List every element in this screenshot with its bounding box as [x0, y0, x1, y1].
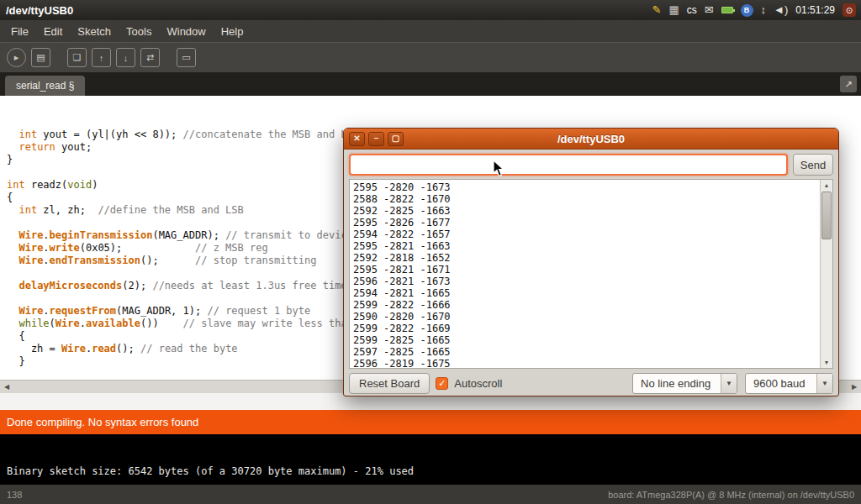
tab-menu-icon: ↗: [844, 79, 852, 90]
scroll-up-icon[interactable]: ▲: [821, 180, 832, 191]
serial-monitor-window: ✕ – ▢ /dev/ttyUSB0 Send 2595 -2820 -1673…: [343, 128, 839, 396]
close-button[interactable]: ✕: [349, 132, 365, 146]
mail-icon[interactable]: ✉: [705, 3, 714, 17]
footer-bar: 138 board: ATmega328P(A) @ 8 MHz (intern…: [0, 485, 861, 504]
maximize-icon: ▢: [392, 134, 399, 143]
menu-edit[interactable]: Edit: [36, 22, 70, 41]
serial-input-row: Send: [344, 150, 838, 179]
serial-line: 2592 -2825 -1663: [353, 205, 816, 217]
serial-controls: Reset Board ✓ Autoscroll No line ending …: [344, 370, 838, 396]
serial-line: 2590 -2820 -1670: [353, 311, 816, 323]
serial-window-title: /dev/ttyUSB0: [344, 133, 838, 145]
network-icon[interactable]: ↕: [761, 3, 767, 17]
serial-line: 2599 -2825 -1665: [353, 334, 816, 346]
upload-icon: ▤: [36, 52, 45, 63]
serial-input[interactable]: [349, 154, 788, 176]
menu-file[interactable]: File: [3, 22, 36, 41]
menu-window[interactable]: Window: [159, 22, 213, 41]
serial-output-area: 2595 -2820 -16732588 -2822 -16702592 -28…: [349, 179, 833, 369]
battery-tip: [733, 9, 735, 12]
chevron-down-icon[interactable]: ▼: [721, 374, 737, 393]
save-button[interactable]: ↓: [116, 48, 135, 67]
console-output: Binary sketch size: 6542 bytes (of a 307…: [0, 434, 861, 485]
menu-tools[interactable]: Tools: [119, 22, 159, 41]
line-ending-value: No line ending: [633, 374, 721, 393]
check-icon: ✓: [438, 378, 446, 389]
autoscroll-label: Autoscroll: [454, 377, 502, 390]
verify-button[interactable]: ▸: [7, 48, 26, 67]
toolbar: ▸ ▤ ❏ ↑ ↓ ⇄ ▭: [0, 42, 861, 72]
new-sketch-icon: ❏: [73, 52, 82, 63]
baud-rate-select[interactable]: 9600 baud ▼: [745, 373, 833, 394]
serial-monitor-icon: ▭: [182, 52, 190, 63]
battery-icon[interactable]: [721, 7, 733, 13]
serial-line: 2599 -2822 -1669: [353, 323, 816, 334]
reset-board-button[interactable]: Reset Board: [349, 373, 430, 394]
export-button[interactable]: ⇄: [140, 48, 160, 67]
system-tray: ✎ ▦ cs ✉ B ↕ ◄) 01:51:29 ⊙: [652, 3, 856, 17]
status-message: Done compiling. No syntax errors found: [7, 416, 198, 428]
keyboard-layout-indicator[interactable]: cs: [687, 4, 697, 16]
line-ending-select[interactable]: No line ending ▼: [632, 373, 737, 394]
serial-line: 2596 -2821 -1673: [353, 276, 816, 287]
menu-sketch[interactable]: Sketch: [70, 22, 119, 41]
workspace-switcher-icon[interactable]: ▦: [668, 3, 679, 17]
serial-line: 2595 -2821 -1663: [353, 240, 816, 252]
tab-serial-read[interactable]: serial_read §: [5, 76, 85, 96]
maximize-button[interactable]: ▢: [388, 132, 404, 146]
baud-rate-value: 9600 baud: [746, 374, 816, 393]
save-icon: ↓: [124, 53, 129, 63]
desktop: /dev/ttyUSB0 ✎ ▦ cs ✉ B ↕ ◄) 01:51:29 ⊙ …: [0, 0, 861, 504]
scroll-right-icon[interactable]: ▶: [848, 383, 861, 391]
new-sketch-button[interactable]: ❏: [67, 48, 87, 67]
close-icon: ✕: [353, 134, 360, 143]
session-menu-icon[interactable]: ⊙: [843, 3, 856, 17]
mouse-cursor: [493, 160, 504, 177]
scrollbar-thumb[interactable]: [821, 192, 832, 239]
minimize-button[interactable]: –: [368, 132, 384, 146]
menu-bar: File Edit Sketch Tools Window Help: [0, 20, 861, 42]
serial-monitor-button[interactable]: ▭: [177, 48, 196, 67]
tab-menu-button[interactable]: ↗: [840, 76, 857, 92]
verify-icon: ▸: [14, 52, 19, 63]
serial-output[interactable]: 2595 -2820 -16732588 -2822 -16702592 -28…: [350, 180, 820, 368]
top-panel: /dev/ttyUSB0 ✎ ▦ cs ✉ B ↕ ◄) 01:51:29 ⊙: [0, 0, 861, 20]
autoscroll-checkbox[interactable]: ✓: [436, 377, 448, 390]
serial-line: 2588 -2822 -1670: [353, 193, 816, 205]
menu-help[interactable]: Help: [214, 22, 251, 41]
upload-button[interactable]: ▤: [31, 48, 50, 67]
open-icon: ↑: [99, 53, 104, 63]
note-icon[interactable]: ✎: [652, 3, 661, 17]
scroll-left-icon[interactable]: ◀: [0, 383, 13, 391]
bluetooth-icon[interactable]: B: [741, 4, 753, 17]
serial-window-titlebar[interactable]: ✕ – ▢ /dev/ttyUSB0: [344, 129, 838, 150]
console-text: Binary sketch size: 6542 bytes (of a 307…: [7, 465, 414, 477]
serial-line: 2594 -2821 -1665: [353, 287, 816, 299]
serial-line: 2596 -2819 -1675: [353, 358, 816, 368]
serial-line: 2599 -2822 -1666: [353, 299, 816, 311]
status-bar: Done compiling. No syntax errors found: [0, 410, 861, 434]
send-button[interactable]: Send: [793, 154, 833, 176]
serial-line: 2595 -2826 -1677: [353, 217, 816, 228]
tab-bar: serial_read § ↗: [0, 72, 861, 96]
minimize-icon: –: [374, 134, 379, 143]
panel-window-title: /dev/ttyUSB0: [6, 4, 73, 17]
serial-line: 2595 -2821 -1671: [353, 264, 816, 276]
serial-line: 2594 -2822 -1657: [353, 228, 816, 240]
line-number-indicator: 138: [7, 490, 22, 500]
serial-line: 2595 -2820 -1673: [353, 181, 816, 193]
window-controls: ✕ – ▢: [349, 132, 404, 146]
board-info: board: ATmega328P(A) @ 8 MHz (internal) …: [608, 490, 854, 500]
export-icon: ⇄: [146, 52, 154, 63]
clock[interactable]: 01:51:29: [795, 4, 835, 16]
open-button[interactable]: ↑: [92, 48, 111, 67]
serial-combos: No line ending ▼ 9600 baud ▼: [632, 373, 833, 394]
serial-scrollbar[interactable]: ▲ ▼: [820, 180, 832, 368]
chevron-down-icon[interactable]: ▼: [816, 374, 832, 393]
serial-line: 2597 -2825 -1665: [353, 346, 816, 358]
scroll-down-icon[interactable]: ▼: [821, 357, 832, 368]
serial-line: 2592 -2818 -1652: [353, 252, 816, 264]
volume-icon[interactable]: ◄): [774, 3, 788, 17]
